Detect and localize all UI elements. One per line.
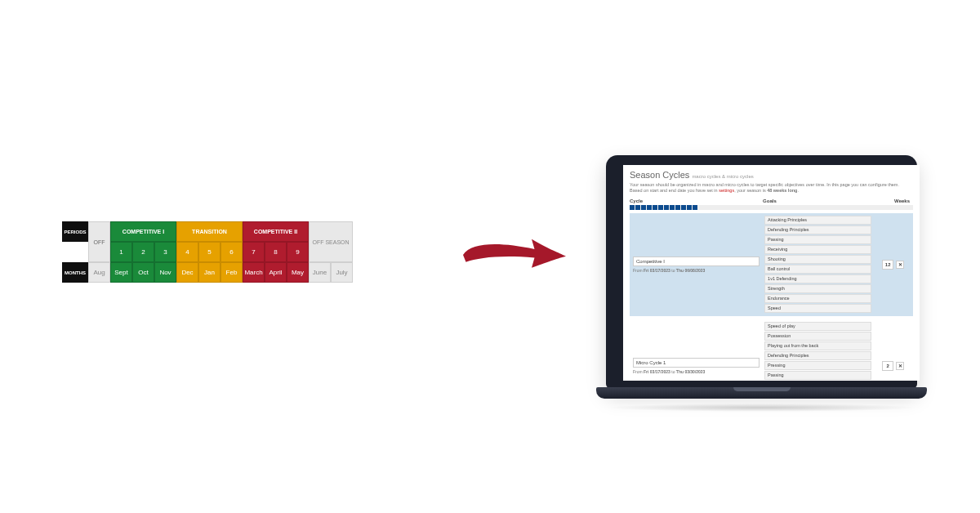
- month-jan: Jan: [198, 262, 220, 283]
- month-july: July: [331, 262, 353, 283]
- settings-link[interactable]: settings: [719, 188, 734, 193]
- goal-item[interactable]: Possession: [764, 332, 871, 341]
- arrow-icon: [457, 221, 572, 278]
- goal-item[interactable]: Passing: [764, 371, 871, 380]
- col-weeks: Weeks: [873, 199, 913, 203]
- phase-transition-label: TRANSITION: [176, 221, 243, 242]
- laptop-mockup: Season Cyclesmacro cycles & micro cycles…: [596, 155, 927, 408]
- periods-header-row: PERIODS OFF COMPETITIVE I 1 2 3 TRANSITI…: [62, 221, 353, 262]
- period-7: 7: [243, 242, 265, 262]
- month-may: May: [287, 262, 309, 283]
- goal-item[interactable]: 1v1 Defending: [764, 274, 871, 283]
- weeks-input[interactable]: 12: [882, 260, 893, 270]
- season-cycles-app: Season Cyclesmacro cycles & micro cycles…: [623, 165, 920, 381]
- laptop-shadow: [606, 404, 917, 412]
- goal-item[interactable]: Pressing: [764, 361, 871, 370]
- month-oct: Oct: [132, 262, 154, 283]
- goal-item[interactable]: Defending Principles: [764, 351, 871, 360]
- off-cell: OFF: [88, 221, 110, 262]
- period-4: 4: [176, 242, 198, 262]
- col-goals: Goals: [763, 199, 873, 203]
- cycle-dates: From Fri 03/17/2023 to Thu 03/30/2023: [633, 369, 760, 374]
- table-header: Cycle Goals Weeks: [630, 199, 913, 203]
- goal-item[interactable]: Playing out from the back: [764, 341, 871, 350]
- laptop-base: [596, 387, 927, 399]
- season-progress: [630, 205, 913, 210]
- cycle-name-input[interactable]: Micro Cycle 1: [633, 358, 760, 368]
- cycle-dates: From Fri 03/17/2023 to Thu 06/08/2023: [633, 268, 760, 273]
- laptop-notch: [739, 155, 785, 163]
- month-sept: Sept: [110, 262, 132, 283]
- month-feb: Feb: [220, 262, 243, 283]
- goal-item[interactable]: Defending Principles: [764, 225, 871, 234]
- period-2: 2: [132, 242, 154, 262]
- period-9: 9: [287, 242, 309, 262]
- laptop-screen: Season Cyclesmacro cycles & micro cycles…: [623, 165, 920, 381]
- goal-item[interactable]: Shooting: [764, 255, 871, 264]
- period-3: 3: [154, 242, 176, 262]
- delete-cycle-button[interactable]: ✕: [896, 261, 904, 269]
- goal-item[interactable]: Attacking Principles: [764, 216, 871, 225]
- weeks-input[interactable]: 2: [882, 361, 893, 371]
- cycle-row: Competitive IFrom Fri 03/17/2023 to Thu …: [630, 213, 913, 316]
- phase-competitive1-label: COMPETITIVE I: [110, 221, 176, 242]
- phase-competitive2-label: COMPETITIVE II: [243, 221, 309, 242]
- cycle-row: Micro Cycle 1From Fri 03/17/2023 to Thu …: [630, 319, 913, 381]
- off-season-cell: OFF SEASON: [309, 221, 353, 262]
- month-march: March: [243, 262, 265, 283]
- months-row-label: MONTHS: [62, 262, 88, 283]
- page-title: Season Cyclesmacro cycles & micro cycles: [630, 170, 913, 180]
- cycle-name-input[interactable]: Competitive I: [633, 256, 760, 266]
- period-1: 1: [110, 242, 132, 262]
- period-8: 8: [265, 242, 287, 262]
- month-aug: Aug: [88, 262, 110, 283]
- goal-item[interactable]: Speed: [764, 304, 871, 313]
- cycle-goals: Attacking PrinciplesDefending Principles…: [763, 213, 873, 316]
- goal-item[interactable]: Receiving: [764, 245, 871, 254]
- month-dec: Dec: [176, 262, 198, 283]
- months-row: MONTHS Aug Sept Oct Nov Dec Jan Feb Marc…: [62, 262, 353, 283]
- period-6: 6: [220, 242, 243, 262]
- periods-row-label: PERIODS: [62, 221, 88, 242]
- periodization-table: PERIODS OFF COMPETITIVE I 1 2 3 TRANSITI…: [62, 221, 353, 283]
- goal-item[interactable]: Ball control: [764, 265, 871, 274]
- goal-item[interactable]: Strength: [764, 284, 871, 293]
- month-nov: Nov: [154, 262, 176, 283]
- page-description: Your season should be organized in macro…: [630, 182, 913, 194]
- col-cycle: Cycle: [630, 199, 763, 203]
- period-5: 5: [198, 242, 220, 262]
- month-june: June: [309, 262, 331, 283]
- goal-item[interactable]: Passing: [764, 235, 871, 244]
- month-april: April: [265, 262, 287, 283]
- goal-item[interactable]: Speed of play: [764, 322, 871, 331]
- delete-cycle-button[interactable]: ✕: [896, 362, 904, 370]
- cycle-goals: Speed of playPossessionPlaying out from …: [763, 319, 873, 381]
- goal-item[interactable]: Endurance: [764, 294, 871, 303]
